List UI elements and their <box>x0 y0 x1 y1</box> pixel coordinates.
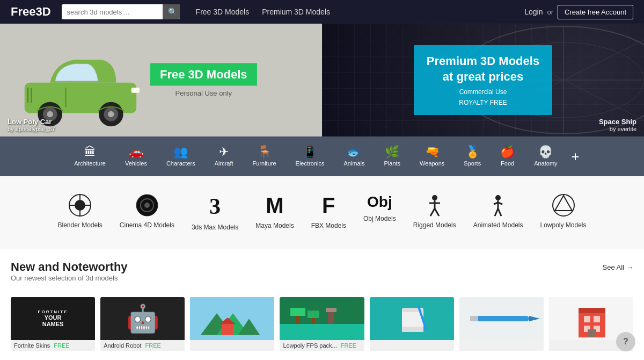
hero-caption-right: Space Ship by everlite <box>599 118 636 132</box>
create-account-button[interactable]: Create free Account <box>558 5 633 19</box>
svg-line-33 <box>495 208 498 216</box>
free-3d-badge[interactable]: Free 3D Models <box>150 63 257 86</box>
category-characters[interactable]: 👥 Characters <box>157 144 205 169</box>
svg-point-3 <box>47 111 53 117</box>
aircraft-icon: ✈ <box>219 146 229 158</box>
category-plants-label: Plants <box>384 160 401 167</box>
product-price-lake: FREE <box>341 342 356 349</box>
search-input[interactable] <box>62 5 163 19</box>
category-furniture[interactable]: 🪑 Furniture <box>243 144 286 169</box>
model-type-c4d[interactable]: Cinema 4D Models <box>111 189 183 234</box>
hero-left[interactable]: Free 3D Models Personal Use only Low Pol… <box>0 24 322 136</box>
new-section-titles: New and Noteworthy Our newest selection … <box>11 260 128 290</box>
more-categories-button[interactable]: + <box>572 148 580 165</box>
category-furniture-label: Furniture <box>253 160 276 167</box>
product-price-fortnite: FREE <box>54 342 69 349</box>
premium-title: Premium 3D Modelsat great prices <box>427 54 539 84</box>
product-card-android[interactable]: 🤖 Android Robot FREE <box>100 297 185 351</box>
svg-line-28 <box>435 208 439 216</box>
premium-badge[interactable]: Premium 3D Modelsat great prices Commerc… <box>414 45 552 114</box>
personal-use-text: Personal Use only <box>150 89 257 97</box>
product-card-fortnite[interactable]: FORTNITE YOURNAMES Fortnite Skins FREE <box>11 297 95 351</box>
category-electronics[interactable]: 📱 Electronics <box>286 144 334 169</box>
sports-icon: 🏅 <box>465 146 480 158</box>
svg-rect-62 <box>579 308 605 313</box>
model-type-maya[interactable]: M Maya Models <box>247 189 302 235</box>
product-thumb-fortnite: FORTNITE YOURNAMES <box>11 297 95 340</box>
category-aircraft-label: Aircraft <box>215 160 233 167</box>
c4d-label: Cinema 4D Models <box>120 221 174 230</box>
category-nav: 🏛 Architecture 🚗 Vehicles 👥 Characters ✈… <box>0 136 644 176</box>
svg-rect-48 <box>308 311 319 318</box>
model-type-3ds[interactable]: 3 3ds Max Models <box>183 189 247 236</box>
category-food-label: Food <box>501 160 514 167</box>
model-type-fbx[interactable]: F FBX Models <box>303 189 355 235</box>
category-sports[interactable]: 🏅 Sports <box>454 144 491 169</box>
svg-rect-55 <box>402 327 423 332</box>
model-type-obj[interactable]: Obj Obj Models <box>355 189 405 228</box>
product-card-drink[interactable] <box>370 297 454 351</box>
new-noteworthy-subtitle: Our newest selection of 3d models <box>11 274 128 282</box>
help-button[interactable]: ? <box>616 332 635 351</box>
product-card-lake[interactable]: Lowpoly FPS pack... FREE <box>280 297 364 351</box>
category-anatomy[interactable]: 💀 Anatomy <box>524 144 567 169</box>
model-type-blender[interactable]: Blender Models <box>49 189 111 234</box>
premium-royalty: ROYALTY FREE <box>427 99 539 106</box>
category-weapons[interactable]: 🔫 Weapons <box>410 144 454 169</box>
lowpoly-label: Lowpoly Models <box>540 221 586 230</box>
svg-rect-10 <box>65 88 67 107</box>
model-type-rigged[interactable]: Rigged Models <box>405 189 465 234</box>
category-plants[interactable]: 🌿 Plants <box>375 144 411 169</box>
model-types-section: Blender Models Cinema 4D Models 3 3ds Ma… <box>0 176 644 249</box>
model-name-right: Space Ship <box>599 118 636 126</box>
drink-svg <box>370 297 454 340</box>
category-architecture[interactable]: 🏛 Architecture <box>64 144 115 169</box>
svg-rect-64 <box>594 316 600 322</box>
rigged-icon <box>423 193 447 217</box>
car-svg <box>8 32 153 128</box>
logo[interactable]: Free3D <box>11 5 51 19</box>
svg-rect-59 <box>470 316 478 321</box>
hero-right[interactable]: Premium 3D Modelsat great prices Commerc… <box>322 24 644 136</box>
rigged-label: Rigged Models <box>413 221 456 230</box>
search-bar: 🔍 <box>62 4 180 19</box>
weapons-icon: 🔫 <box>425 146 440 158</box>
category-aircraft[interactable]: ✈ Aircraft <box>205 144 243 169</box>
category-animals[interactable]: 🐟 Animals <box>334 144 374 169</box>
category-vehicles[interactable]: 🚗 Vehicles <box>115 144 157 169</box>
plants-icon: 🌿 <box>385 146 399 158</box>
category-vehicles-label: Vehicles <box>125 160 147 167</box>
svg-point-35 <box>553 195 574 216</box>
search-button[interactable]: 🔍 <box>163 4 180 19</box>
fbx-icon: F <box>322 193 335 218</box>
svg-rect-41 <box>222 324 233 335</box>
new-noteworthy-section: New and Noteworthy Our newest selection … <box>0 249 644 297</box>
nav-free-3d-models[interactable]: Free 3D Models <box>196 8 250 16</box>
model-type-animated[interactable]: Animated Models <box>465 189 532 234</box>
svg-point-6 <box>108 111 114 117</box>
product-grid: FORTNITE YOURNAMES Fortnite Skins FREE 🤖… <box>0 297 644 351</box>
product-label-lake: Lowpoly FPS pack... <box>283 342 336 349</box>
svg-line-27 <box>430 208 435 216</box>
model-by-left: by apocalypse_67 <box>8 126 55 132</box>
see-all-text: See All <box>603 263 624 271</box>
svg-rect-7 <box>131 88 140 92</box>
header-right: Login or Create free Account <box>524 5 633 19</box>
header: Free3D 🔍 Free 3D Models Premium 3D Model… <box>0 0 644 24</box>
category-anatomy-label: Anatomy <box>534 160 557 167</box>
architecture-icon: 🏛 <box>84 146 96 158</box>
pen-svg <box>459 297 544 340</box>
svg-point-23 <box>144 203 150 208</box>
lowpoly-scene-svg <box>190 297 274 340</box>
product-card-pen[interactable] <box>459 297 544 351</box>
see-all-link[interactable]: See All → <box>603 263 633 271</box>
svg-point-24 <box>432 195 437 200</box>
c4d-icon <box>135 193 159 217</box>
category-food[interactable]: 🍎 Food <box>491 144 524 169</box>
login-link[interactable]: Login <box>524 8 543 16</box>
product-info-fortnite: Fortnite Skins FREE <box>11 340 95 351</box>
product-card-lowpoly[interactable] <box>190 297 274 351</box>
nav-premium-3d-models[interactable]: Premium 3D Models <box>262 8 330 16</box>
model-type-lowpoly[interactable]: Lowpoly Models <box>531 189 595 234</box>
svg-rect-49 <box>328 311 334 324</box>
